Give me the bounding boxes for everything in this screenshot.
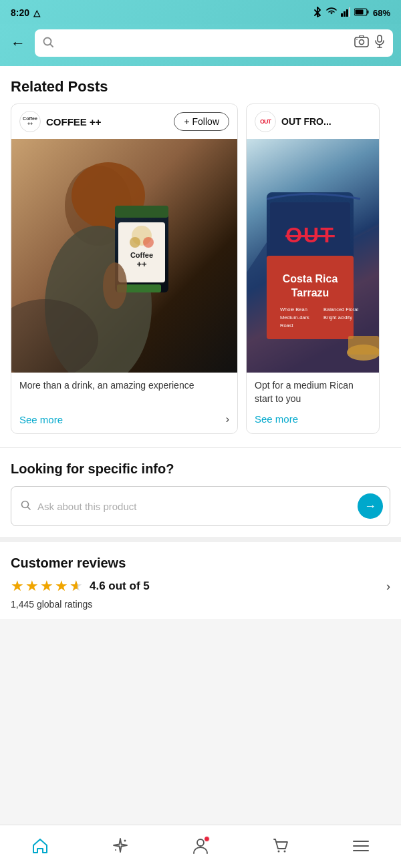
svg-rect-3 <box>349 7 350 17</box>
ask-placeholder: Ask about this product <box>37 501 351 512</box>
wifi-icon <box>326 7 337 18</box>
profile-nav-wrap <box>192 837 209 859</box>
star-5: ★ ★ <box>70 578 83 595</box>
bluetooth-icon <box>313 7 322 19</box>
ask-submit-button[interactable]: → <box>358 493 383 519</box>
see-more-link-1[interactable]: See more <box>19 414 63 425</box>
brand-name-1: COFFEE ++ <box>46 116 168 128</box>
arrow-right-icon: → <box>364 499 376 513</box>
post-card-2: OUT OUT FRO... <box>246 103 380 434</box>
bottom-nav <box>0 825 401 868</box>
post-image-2: OUT Costa Rica Tarrazu Whole Bean Medium… <box>247 139 379 373</box>
svg-text:Roast: Roast <box>280 322 294 329</box>
see-more-row-1: See more › <box>11 409 237 433</box>
nav-profile[interactable] <box>180 837 221 859</box>
svg-text:Balanced Floral: Balanced Floral <box>323 306 358 312</box>
svg-text:++: ++ <box>136 259 147 269</box>
svg-rect-10 <box>360 35 364 37</box>
post-description-1: More than a drink, an amazing experience <box>11 373 237 409</box>
camera-search-icon[interactable] <box>354 35 369 51</box>
nav-menu[interactable] <box>341 839 381 857</box>
svg-point-50 <box>278 851 280 853</box>
search-box[interactable] <box>35 29 393 57</box>
nav-cart[interactable] <box>261 837 301 859</box>
profile-notification-dot <box>204 836 210 842</box>
global-ratings: 1,445 global ratings <box>11 599 390 610</box>
svg-text:Coffee: Coffee <box>130 251 153 259</box>
reviews-title: Customer reviews <box>11 556 390 571</box>
drive-icon: △ <box>33 8 40 18</box>
related-posts-section: Related Posts Coffee++ COFFEE ++ + Follo… <box>0 66 401 439</box>
specific-info-title: Looking for specific info? <box>11 461 390 477</box>
ask-input-row[interactable]: Ask about this product → <box>11 486 390 526</box>
stars-container: ★ ★ ★ ★ ★ ★ <box>11 578 83 595</box>
post-description-2: Opt for a medium Rican start to you <box>247 373 379 409</box>
battery-icon <box>354 8 369 18</box>
battery-percent: 68% <box>373 8 390 18</box>
brand-logo-1: Coffee++ <box>19 111 41 132</box>
customer-reviews-section: Customer reviews ★ ★ ★ ★ ★ ★ 4.6 out of … <box>0 537 401 619</box>
search-icon <box>43 37 53 50</box>
nav-ai[interactable] <box>100 837 140 859</box>
star-2: ★ <box>25 578 39 595</box>
see-more-link-2[interactable]: See more <box>255 413 298 425</box>
svg-point-11 <box>360 40 364 45</box>
svg-point-29 <box>103 262 127 309</box>
rating-row: ★ ★ ★ ★ ★ ★ 4.6 out of 5 › <box>11 578 390 595</box>
status-left: 8:20 △ <box>11 7 40 18</box>
svg-point-47 <box>124 840 126 842</box>
post-header-2: OUT OUT FRO... <box>247 104 379 139</box>
reviews-chevron-icon[interactable]: › <box>386 580 390 594</box>
post-header-1: Coffee++ COFFEE ++ + Follow <box>11 104 237 139</box>
svg-point-24 <box>130 237 140 248</box>
svg-text:Bright acidity: Bright acidity <box>323 314 352 320</box>
back-button[interactable]: ← <box>8 32 28 55</box>
svg-rect-1 <box>344 11 346 17</box>
status-bar: 8:20 △ 68% <box>0 0 401 24</box>
ask-search-icon <box>21 500 31 512</box>
svg-text:Whole Bean: Whole Bean <box>280 306 307 312</box>
brand-logo-2: OUT <box>255 111 276 132</box>
svg-point-51 <box>284 851 286 853</box>
svg-rect-44 <box>348 336 379 355</box>
home-icon <box>31 838 49 858</box>
svg-point-48 <box>115 849 116 851</box>
nav-home[interactable] <box>20 838 60 858</box>
svg-rect-12 <box>356 39 358 40</box>
star-4: ★ <box>55 578 68 595</box>
svg-line-8 <box>50 44 53 47</box>
svg-text:Medium-dark: Medium-dark <box>280 314 309 320</box>
svg-rect-21 <box>115 206 168 218</box>
sparkle-icon <box>112 837 129 859</box>
svg-point-49 <box>197 839 204 846</box>
star-1: ★ <box>11 578 24 595</box>
svg-text:Tarrazu: Tarrazu <box>291 287 329 298</box>
status-right: 68% <box>313 7 390 19</box>
svg-line-46 <box>28 507 31 510</box>
svg-text:Costa Rica: Costa Rica <box>283 273 338 284</box>
main-content: Related Posts Coffee++ COFFEE ++ + Follo… <box>0 66 401 619</box>
svg-rect-13 <box>378 35 382 42</box>
svg-text:OUT: OUT <box>285 223 335 247</box>
svg-rect-0 <box>341 13 343 17</box>
see-more-row-2: See more <box>247 409 379 433</box>
time-display: 8:20 <box>11 7 29 18</box>
svg-point-25 <box>143 237 154 248</box>
chevron-right-icon-1: › <box>226 413 229 425</box>
post-image-1: Coffee ++ <box>11 139 237 373</box>
related-posts-title: Related Posts <box>0 66 401 103</box>
post-card-1: Coffee++ COFFEE ++ + Follow <box>11 103 238 434</box>
microphone-icon[interactable] <box>374 35 385 51</box>
star-3: ★ <box>40 578 53 595</box>
posts-outer: Coffee++ COFFEE ++ + Follow <box>0 103 401 439</box>
search-bar-area: ← <box>0 24 401 66</box>
svg-rect-2 <box>346 9 348 17</box>
svg-rect-6 <box>355 9 363 14</box>
posts-scroll-area[interactable]: Coffee++ COFFEE ++ + Follow <box>0 103 401 434</box>
follow-button-1[interactable]: + Follow <box>174 112 229 131</box>
svg-rect-5 <box>367 10 368 13</box>
signal-icon <box>341 7 350 19</box>
rating-number: 4.6 out of 5 <box>90 580 150 593</box>
specific-info-section: Looking for specific info? Ask about thi… <box>0 447 401 537</box>
person-icon <box>192 840 209 858</box>
